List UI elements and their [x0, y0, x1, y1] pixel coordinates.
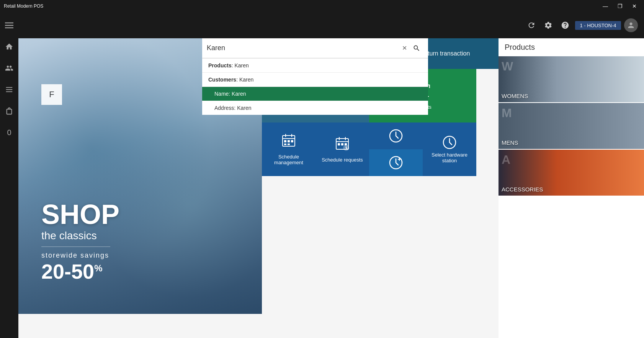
- svg-rect-19: [288, 140, 290, 142]
- product-card-accessories[interactable]: A ACCESSORIES: [499, 150, 644, 196]
- svg-rect-0: [5, 23, 13, 23]
- svg-rect-5: [6, 91, 13, 92]
- customers-colon: : Karen: [236, 77, 253, 83]
- maximize-button[interactable]: ❐: [614, 0, 626, 12]
- top-bar: 1 - HOUSTON-4: [18, 12, 644, 38]
- sidebar-list-icon[interactable]: [2, 83, 16, 96]
- app-title: Retail Modern POS: [4, 3, 640, 9]
- top-right-controls: 1 - HOUSTON-4: [525, 12, 644, 38]
- search-submit-button[interactable]: [410, 41, 423, 55]
- products-panel: Products W WOMENS M MENS A ACCESSOR: [499, 38, 644, 338]
- svg-rect-1: [5, 25, 13, 26]
- schedule-req-label: Schedule requests: [319, 157, 366, 163]
- svg-rect-20: [291, 140, 293, 142]
- mens-label: MENS: [502, 139, 518, 146]
- accessories-letter: A: [502, 153, 510, 167]
- hw-clock-tiles: [369, 122, 423, 176]
- search-overlay: ✕ Products: Karen Customers: Karen Name:…: [202, 38, 428, 115]
- products-header: Products: [499, 38, 644, 56]
- svg-rect-22: [288, 144, 290, 145]
- hero-storewide-text: storewide savings: [41, 251, 119, 260]
- store-badge: 1 - HOUSTON-4: [575, 21, 621, 30]
- hero-classics-text: the classics: [41, 230, 119, 242]
- main-content: ✕ Products: Karen Customers: Karen Name:…: [18, 38, 644, 338]
- hero-divider: [41, 247, 110, 247]
- search-dropdown: Products: Karen Customers: Karen Name: K…: [202, 58, 428, 115]
- womens-label: WOMENS: [502, 93, 528, 99]
- hw-clock-bottom[interactable]: [369, 149, 423, 176]
- content-area: 1 - HOUSTON-4 ✕ Products: K: [18, 12, 644, 338]
- hero-shop-text: SHOP: [41, 201, 119, 228]
- window-controls: — ❐ ✕: [600, 0, 640, 12]
- title-bar: Retail Modern POS — ❐ ✕: [0, 0, 644, 12]
- sidebar-menu-icon[interactable]: [2, 18, 16, 32]
- product-card-womens[interactable]: W WOMENS: [499, 56, 644, 102]
- search-category-products[interactable]: Products: Karen: [202, 59, 428, 72]
- svg-rect-3: [6, 87, 13, 88]
- schedule-req-icon: [335, 136, 350, 154]
- minimize-button[interactable]: —: [600, 0, 611, 12]
- svg-rect-27: [338, 143, 340, 145]
- sidebar-bag-icon[interactable]: [2, 104, 16, 118]
- schedule-requests-tile[interactable]: Schedule requests: [315, 122, 369, 176]
- hero-text: SHOP the classics storewide savings 20-5…: [41, 201, 119, 283]
- sidebar-customers-icon[interactable]: [2, 61, 16, 75]
- svg-rect-28: [341, 143, 343, 145]
- sidebar-home-icon[interactable]: [2, 40, 16, 54]
- svg-rect-18: [284, 140, 286, 142]
- search-category-customers[interactable]: Customers: Karen: [202, 73, 428, 87]
- accessories-label: ACCESSORIES: [502, 186, 543, 193]
- settings-icon[interactable]: [541, 18, 555, 32]
- svg-rect-21: [284, 144, 286, 145]
- search-result-address[interactable]: Address: Karen: [202, 101, 428, 115]
- svg-rect-4: [6, 89, 13, 90]
- mens-bg: [499, 103, 644, 149]
- womens-letter: W: [502, 59, 513, 73]
- search-clear-button[interactable]: ✕: [399, 43, 410, 54]
- close-button[interactable]: ✕: [629, 0, 640, 12]
- user-avatar[interactable]: [624, 18, 638, 32]
- svg-rect-2: [5, 28, 13, 28]
- hw-clock-top[interactable]: [369, 122, 423, 149]
- help-icon[interactable]: [558, 18, 572, 32]
- refresh-icon[interactable]: [525, 18, 538, 32]
- select-hardware-station-label: Select hardware station: [423, 152, 476, 163]
- app-container: 0 1 - HOUSTON-4: [0, 12, 644, 338]
- hero-badge: F: [41, 84, 62, 105]
- search-input[interactable]: [207, 44, 399, 52]
- product-card-mens[interactable]: M MENS: [499, 103, 644, 149]
- select-hardware-station-tile[interactable]: Select hardware station: [423, 122, 476, 176]
- products-colon: : Karen: [232, 62, 249, 69]
- sidebar-zero-icon[interactable]: 0: [2, 126, 16, 139]
- search-bar: ✕: [202, 38, 428, 58]
- hero-discount-text: 20-50%: [41, 260, 119, 283]
- search-result-name[interactable]: Name: Karen: [202, 87, 428, 101]
- products-label: Products: [208, 62, 232, 69]
- schedule-mgmt-icon: [281, 133, 296, 151]
- mens-letter: M: [502, 106, 512, 120]
- tiles-row-2: Schedule management: [262, 122, 499, 176]
- sidebar: 0: [0, 12, 18, 338]
- schedule-mgmt-label: Schedule management: [262, 154, 315, 165]
- hardware-station-group: Select hardware station: [369, 122, 476, 176]
- schedule-management-tile[interactable]: Schedule management: [262, 122, 315, 176]
- customers-label: Customers: [208, 77, 236, 83]
